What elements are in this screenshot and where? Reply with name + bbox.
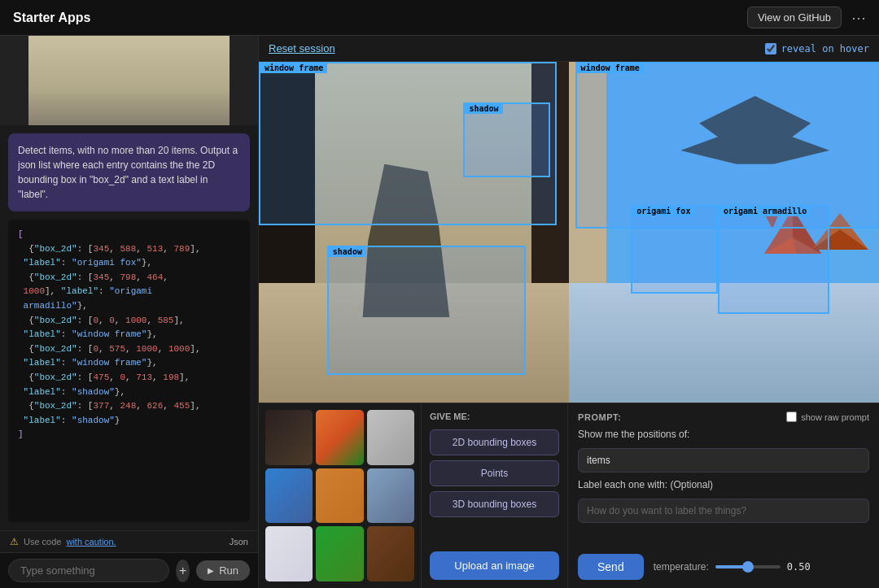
code-footer: ⚠ Use code with caution. Json: [0, 530, 258, 552]
label-optional-text: Label each one with: (Optional): [578, 479, 869, 490]
bottom-controls-area: GIVE ME: 2D bounding boxes Points 3D bou…: [259, 403, 879, 588]
prompt-description-box: Detect items, with no more than 20 items…: [8, 133, 250, 211]
points-button[interactable]: Points: [430, 460, 559, 486]
bbox-label-window-frame-right: window frame: [577, 63, 644, 73]
sidebar: Detect items, with no more than 20 items…: [0, 36, 259, 588]
chat-input[interactable]: [8, 559, 169, 582]
temperature-value: 0.50: [787, 561, 811, 573]
sidebar-image-preview: [0, 36, 258, 125]
upload-image-button[interactable]: Upload an image: [430, 551, 559, 580]
prompt-description-text: Detect items, with no more than 20 items…: [18, 145, 238, 200]
items-input[interactable]: [578, 448, 869, 473]
bbox-label-window-frame-top: window frame: [260, 63, 327, 73]
thumbnail-9[interactable]: [367, 526, 414, 581]
prompt-column: PROMPT: show raw prompt Show me the posi…: [568, 403, 879, 588]
give-me-label: GIVE ME:: [430, 412, 559, 421]
2d-bounding-boxes-button[interactable]: 2D bounding boxes: [430, 429, 559, 455]
prompt-header: PROMPT: show raw prompt: [578, 412, 869, 422]
run-label: Run: [219, 564, 238, 577]
thumbnails-grid: [259, 403, 422, 588]
reveal-hover-checkbox[interactable]: [765, 43, 776, 54]
bbox-origami-fox: origami fox: [631, 205, 718, 294]
bbox-window-frame-right: window frame: [575, 62, 879, 229]
reset-session-button[interactable]: Reset session: [269, 42, 335, 54]
caution-warning: ⚠ Use code with caution.: [10, 536, 116, 547]
center-panel: Reset session reveal on hover: [259, 36, 879, 588]
temperature-control: temperature: 0.50: [654, 561, 811, 573]
center-top-bar: Reset session reveal on hover: [259, 36, 879, 62]
run-icon: ▶: [208, 566, 214, 575]
thumbnail-6[interactable]: [367, 468, 414, 524]
view-github-button[interactable]: View on GitHub: [747, 7, 842, 28]
code-output: [ {"box_2d": [345, 588, 513, 789], "labe…: [8, 220, 250, 522]
label-input[interactable]: [578, 499, 869, 523]
bbox-label-origami-armadillo: origami armadillo: [719, 206, 811, 216]
preview-bg: [0, 36, 258, 125]
main-layout: Detect items, with no more than 20 items…: [0, 36, 879, 588]
bbox-label-shadow-main: shadow: [329, 246, 366, 257]
thumbnail-7[interactable]: [265, 526, 313, 581]
reveal-on-hover-control: reveal on hover: [765, 43, 869, 54]
image-display-area: window frame window frame shadow shadow …: [259, 62, 879, 403]
temperature-label: temperature:: [654, 561, 709, 573]
thumbnail-1[interactable]: [265, 410, 313, 465]
more-menu-icon[interactable]: ⋯: [851, 9, 866, 27]
warning-icon: ⚠: [10, 536, 19, 547]
thumbnail-4[interactable]: [265, 468, 313, 524]
app-header: Starter Apps View on GitHub ⋯: [0, 0, 879, 36]
show-raw-label: show raw prompt: [801, 412, 869, 422]
preview-scene: [0, 36, 258, 125]
bbox-shadow-main: shadow: [327, 246, 526, 375]
bbox-label-origami-fox: origami fox: [632, 206, 694, 216]
bbox-shadow-top: shadow: [463, 102, 550, 177]
json-badge: Json: [230, 537, 248, 547]
bbox-origami-armadillo: origami armadillo: [718, 205, 829, 314]
caution-text: Use code: [24, 537, 61, 547]
3d-bounding-boxes-button[interactable]: 3D bounding boxes: [430, 491, 559, 517]
run-button[interactable]: ▶ Run: [196, 560, 250, 581]
header-actions: View on GitHub ⋯: [747, 7, 866, 28]
preview-dark-right: [230, 36, 258, 125]
preview-dark-left: [0, 36, 28, 125]
chat-bottom-bar: + ▶ Run: [0, 552, 258, 588]
prompt-title: PROMPT:: [578, 412, 621, 422]
show-raw-checkbox[interactable]: [786, 412, 797, 422]
show-raw-prompt-toggle[interactable]: show raw prompt: [786, 412, 869, 422]
app-title: Starter Apps: [13, 11, 90, 25]
thumbnail-5[interactable]: [316, 468, 363, 524]
thumbnail-3[interactable]: [367, 410, 414, 465]
send-row: Send temperature: 0.50: [578, 554, 869, 580]
temperature-slider[interactable]: [715, 565, 781, 568]
add-button[interactable]: +: [176, 560, 190, 582]
caution-link[interactable]: with caution.: [66, 537, 116, 547]
thumbnail-8[interactable]: [316, 526, 363, 581]
bbox-label-shadow-top: shadow: [465, 103, 502, 114]
positions-of-label: Show me the positions of:: [578, 429, 869, 440]
give-me-column: GIVE ME: 2D bounding boxes Points 3D bou…: [422, 403, 568, 588]
annotated-image-canvas: window frame window frame shadow shadow …: [259, 62, 879, 403]
reveal-hover-label: reveal on hover: [781, 43, 869, 54]
thumbnail-2[interactable]: [316, 410, 363, 465]
send-button[interactable]: Send: [578, 554, 644, 580]
